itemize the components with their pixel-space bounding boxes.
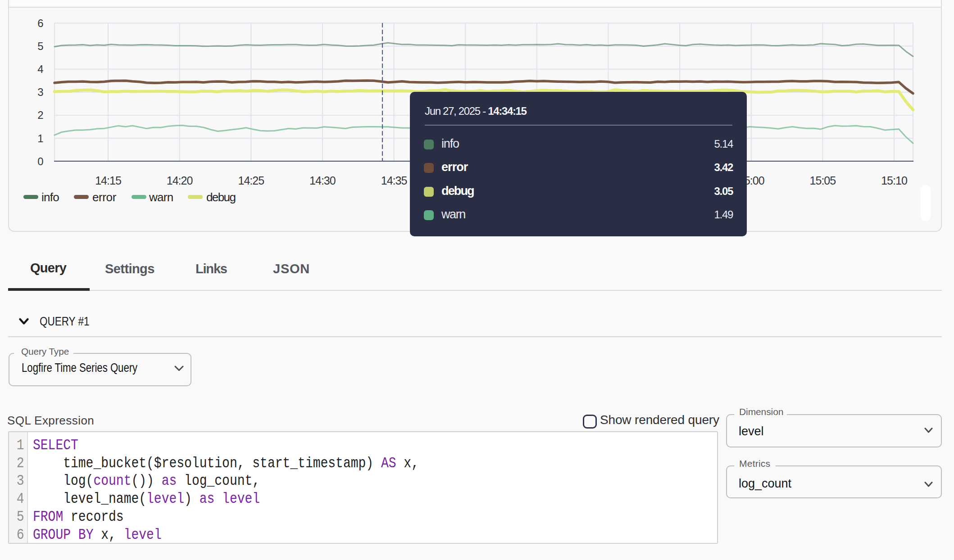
svg-text:14:15: 14:15 bbox=[95, 174, 121, 187]
svg-text:1: 1 bbox=[37, 132, 43, 145]
svg-text:2: 2 bbox=[37, 109, 43, 121]
svg-text:15:05: 15:05 bbox=[810, 174, 836, 187]
svg-text:14:20: 14:20 bbox=[167, 174, 193, 187]
svg-text:0: 0 bbox=[37, 155, 43, 167]
svg-text:14:30: 14:30 bbox=[309, 174, 336, 187]
svg-text:6: 6 bbox=[37, 17, 43, 29]
svg-text:3: 3 bbox=[37, 86, 43, 98]
svg-text:15:10: 15:10 bbox=[881, 174, 907, 187]
svg-text:14:25: 14:25 bbox=[238, 174, 264, 187]
svg-text:5: 5 bbox=[37, 40, 43, 52]
svg-text:4: 4 bbox=[37, 63, 43, 75]
svg-text:14:35: 14:35 bbox=[381, 174, 407, 187]
